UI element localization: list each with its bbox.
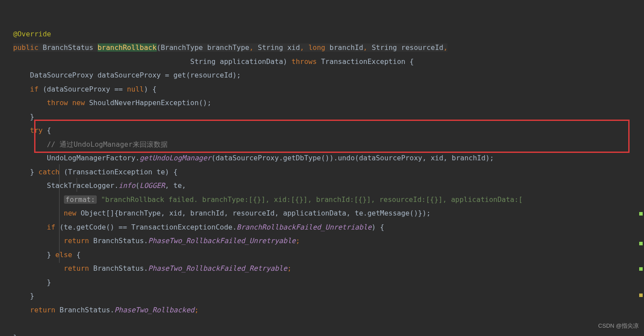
punct: ; xyxy=(287,264,292,272)
static-method: info xyxy=(119,181,136,190)
type: BranchStatus xyxy=(42,43,93,52)
class-ref: StackTraceLogger. xyxy=(47,181,119,190)
brace: { xyxy=(72,251,81,259)
punct: , xyxy=(443,43,448,52)
statement: DataSourceProxy dataSourceProxy = get(re… xyxy=(30,71,241,79)
method-name: branchRollback xyxy=(98,43,157,52)
class-ref: UndoLogManagerFactory. xyxy=(47,154,140,162)
type: String xyxy=(258,43,283,52)
keyword-new: new xyxy=(72,99,85,107)
keyword-try: try xyxy=(30,126,43,134)
brace: } xyxy=(30,113,35,121)
punct: , xyxy=(363,43,368,52)
code-line: } xyxy=(13,333,18,336)
punct: ; xyxy=(194,306,199,314)
type: ShouldNeverHappenException(); xyxy=(89,99,211,107)
comment: // 通过UndoLogManager来回滚数据 xyxy=(47,140,168,149)
keyword-new: new xyxy=(64,209,77,217)
condition: (dataSourceProxy == xyxy=(39,85,127,93)
expr: BranchStatus. xyxy=(89,264,148,272)
code-line: // 通过UndoLogManager来回滚数据 xyxy=(13,140,168,149)
punct: ; xyxy=(296,237,300,245)
enum-constant: PhaseTwo_RollbackFailed_Unretryable xyxy=(148,237,296,245)
code-line: if (dataSourceProxy == null) { xyxy=(13,85,157,93)
punct: ) { xyxy=(144,85,157,93)
keyword-public: public xyxy=(13,43,39,52)
punct: , xyxy=(249,43,253,52)
code-line: DataSourceProxy dataSourceProxy = get(re… xyxy=(13,71,241,79)
punct: ( xyxy=(157,43,161,52)
keyword-if: if xyxy=(47,223,55,231)
code-line xyxy=(13,319,18,328)
code-line: throw new ShouldNeverHappenException(); xyxy=(13,99,211,107)
type: BranchType xyxy=(161,43,203,52)
code-line: UndoLogManagerFactory.getUndoLogManager(… xyxy=(13,154,494,162)
param: branchId xyxy=(330,43,363,52)
brace: } xyxy=(47,278,51,286)
string-literal: "branchRollback failed. branchType:[{}],… xyxy=(101,195,523,204)
keyword-return: return xyxy=(64,264,89,272)
code-line-current: public BranchStatus branchRollback(Branc… xyxy=(13,43,447,52)
expr: Object[]{branchType, xid, branchId, reso… xyxy=(77,209,431,217)
punct: , xyxy=(300,43,304,52)
code-line: format: "branchRollback failed. branchTy… xyxy=(13,195,523,204)
brace: } xyxy=(13,333,18,336)
condition: (te.getCode() == TransactionExceptionCod… xyxy=(55,223,236,231)
gutter-mark xyxy=(639,294,643,297)
code-line: } xyxy=(13,292,34,300)
code-line: return BranchStatus.PhaseTwo_RollbackFai… xyxy=(13,237,300,245)
param: branchType xyxy=(207,43,249,52)
gutter-mark xyxy=(639,212,643,216)
code-line: @Override xyxy=(13,30,51,38)
type: TransactionException xyxy=(321,57,405,66)
code-editor[interactable]: @Override public BranchStatus branchRoll… xyxy=(0,0,644,336)
brace: } xyxy=(47,251,51,259)
code-line: String applicationData) throws Transacti… xyxy=(13,57,414,66)
code-line: } xyxy=(13,278,51,286)
watermark: CSDN @指尖凉 xyxy=(598,319,639,333)
constant: LOGGER xyxy=(140,181,165,190)
type: String xyxy=(372,43,397,52)
punct: ( xyxy=(135,181,140,190)
gutter-mark xyxy=(639,267,643,271)
code-line: } xyxy=(13,113,34,121)
brace: } xyxy=(30,292,35,300)
param: resourceId xyxy=(401,43,443,52)
code-line: return BranchStatus.PhaseTwo_Rollbacked; xyxy=(13,306,199,314)
code-line: if (te.getCode() == TransactionException… xyxy=(13,223,384,231)
static-method: getUndoLogManager xyxy=(140,154,211,162)
keyword-else: else xyxy=(55,251,72,259)
code-line: new Object[]{branchType, xid, branchId, … xyxy=(13,209,431,217)
indent-guide xyxy=(77,178,77,192)
keyword-if: if xyxy=(30,85,39,93)
annotation: @Override xyxy=(13,30,51,38)
keyword-return: return xyxy=(64,237,89,245)
keyword-catch: catch xyxy=(39,168,60,176)
enum-constant: PhaseTwo_RollbackFailed_Retryable xyxy=(148,264,287,272)
gutter-mark xyxy=(639,242,643,245)
expr: BranchStatus. xyxy=(55,306,114,314)
param: applicationData xyxy=(220,57,283,66)
keyword-null: null xyxy=(127,85,144,93)
keyword-throws: throws xyxy=(292,57,317,66)
enum-constant: BranchRollbackFailed_Unretriable xyxy=(237,223,372,231)
type: String xyxy=(190,57,216,66)
keyword-long: long xyxy=(308,43,325,52)
brace: } xyxy=(30,168,35,176)
code-line: StackTraceLogger.info(LOGGER, te, xyxy=(13,181,186,190)
brace: { xyxy=(42,126,51,134)
code-line: return BranchStatus.PhaseTwo_RollbackFai… xyxy=(13,264,292,272)
call-args: (dataSourceProxy.getDbType()).undo(dataS… xyxy=(211,154,494,162)
keyword-return: return xyxy=(30,306,56,314)
brace: { xyxy=(410,57,414,66)
keyword-throw: throw xyxy=(47,99,68,107)
expr: BranchStatus. xyxy=(89,237,148,245)
punct: ) { xyxy=(372,223,384,231)
code-line: } catch (TransactionException te) { xyxy=(13,168,178,176)
param: xid xyxy=(287,43,300,52)
code-line: } else { xyxy=(13,251,81,259)
indent-guide xyxy=(59,164,60,263)
param-hint: format: xyxy=(64,195,97,204)
enum-constant: PhaseTwo_Rollbacked xyxy=(114,306,194,314)
code-line: try { xyxy=(13,126,51,134)
